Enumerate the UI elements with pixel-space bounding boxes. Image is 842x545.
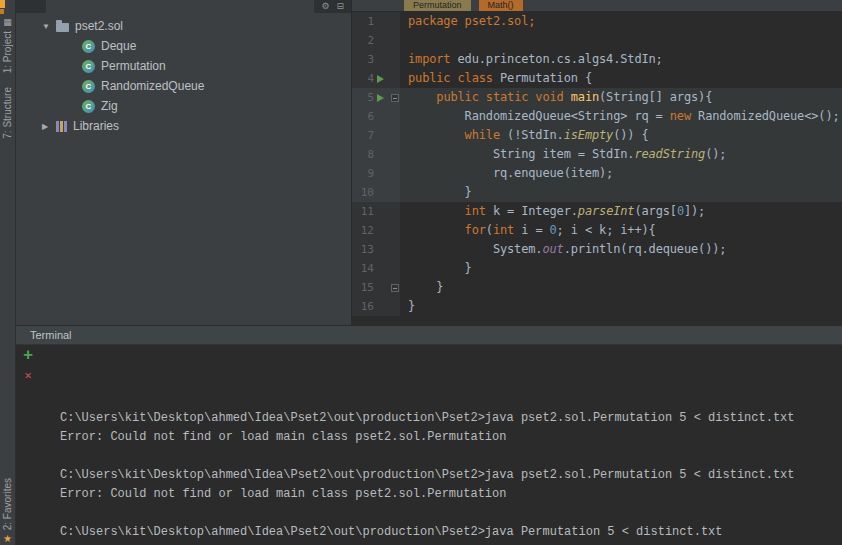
line-number[interactable]: 12: [352, 221, 374, 240]
code-text: System.out.println(rq.dequeue());: [400, 240, 726, 259]
editor-gutter[interactable]: 9: [352, 164, 400, 183]
line-number[interactable]: 5: [352, 88, 374, 107]
code-line[interactable]: 4public class Permutation {: [352, 69, 842, 88]
editor-gutter[interactable]: 14: [352, 259, 400, 278]
add-session-icon[interactable]: +: [23, 348, 33, 364]
line-number[interactable]: 16: [352, 297, 374, 316]
line-number[interactable]: 11: [352, 202, 374, 221]
line-number[interactable]: 2: [352, 31, 374, 50]
line-number[interactable]: 15: [352, 278, 374, 297]
code-text: }: [400, 278, 443, 297]
run-arrow-icon[interactable]: [377, 94, 384, 102]
code-line[interactable]: 9 rq.enqueue(item);: [352, 164, 842, 183]
project-panel: ⚙ ⊟ ▼pset2.solCDequeCPermutationCRandomi…: [16, 0, 352, 325]
editor-gutter[interactable]: 11: [352, 202, 400, 221]
code-line[interactable]: 1package pset2.sol;: [352, 12, 842, 31]
code-line[interactable]: 6 RandomizedQueue<String> rq = new Rando…: [352, 107, 842, 126]
code-text: rq.enqueue(item);: [400, 164, 613, 183]
code-line[interactable]: 13 System.out.println(rq.dequeue());: [352, 240, 842, 259]
editor-gutter[interactable]: 12: [352, 221, 400, 240]
close-session-icon[interactable]: ✕: [24, 370, 31, 382]
editor-gutter[interactable]: 1: [352, 12, 400, 31]
line-number[interactable]: 9: [352, 164, 374, 183]
toolwindow-buttons-top: ▦ 1: Project 7: Structure: [2, 18, 13, 139]
code-line[interactable]: 8 String item = StdIn.readString();: [352, 145, 842, 164]
project-toolbar: ⚙ ⊟: [16, 0, 351, 13]
code-area[interactable]: 1package pset2.sol;23import edu.princeto…: [352, 11, 842, 325]
collapsed-arrow-icon[interactable]: ▶: [42, 122, 56, 131]
tree-item-deque[interactable]: CDeque: [16, 36, 351, 56]
code-line[interactable]: 15 }: [352, 278, 842, 297]
run-arrow-icon[interactable]: [377, 75, 384, 83]
line-number[interactable]: 1: [352, 12, 374, 31]
tree-item-randomizedqueue[interactable]: CRandomizedQueue: [16, 76, 351, 96]
tree-item-pset2-sol[interactable]: ▼pset2.sol: [16, 16, 351, 36]
tree-item-label: Libraries: [73, 119, 119, 133]
editor-gutter[interactable]: 5: [352, 88, 400, 107]
code-line[interactable]: 14 }: [352, 259, 842, 278]
settings-icon[interactable]: ⚙: [321, 0, 329, 13]
line-number[interactable]: 13: [352, 240, 374, 259]
toolwindow-button-favorites[interactable]: 2: Favorites ★: [2, 478, 13, 543]
line-number[interactable]: 14: [352, 259, 374, 278]
terminal-title: Terminal: [30, 329, 72, 341]
accent-mark-icon: [0, 0, 5, 8]
line-number[interactable]: 3: [352, 50, 374, 69]
editor-gutter[interactable]: 2: [352, 31, 400, 50]
code-text: import edu.princeton.cs.algs4.StdIn;: [400, 50, 663, 69]
tree-item-zig[interactable]: CZig: [16, 96, 351, 116]
code-line[interactable]: 5 public static void main(String[] args)…: [352, 88, 842, 107]
editor-gutter[interactable]: 15: [352, 278, 400, 297]
tree-item-label: Deque: [101, 39, 136, 53]
editor-gutter[interactable]: 13: [352, 240, 400, 259]
toolwindow-button-project[interactable]: ▦ 1: Project: [2, 18, 13, 73]
editor-gutter[interactable]: 4: [352, 69, 400, 88]
gutter-marks: [374, 284, 400, 292]
editor-gutter[interactable]: 8: [352, 145, 400, 164]
code-line[interactable]: 7 while (!StdIn.isEmpty()) {: [352, 126, 842, 145]
editor-gutter[interactable]: 16: [352, 297, 400, 316]
editor-gutter[interactable]: 3: [352, 50, 400, 69]
editor-gutter[interactable]: 10: [352, 183, 400, 202]
code-line[interactable]: 2: [352, 31, 842, 50]
fold-marker-icon[interactable]: [391, 284, 399, 292]
line-number[interactable]: 7: [352, 126, 374, 145]
code-line[interactable]: 3import edu.princeton.cs.algs4.StdIn;: [352, 50, 842, 69]
line-number[interactable]: 8: [352, 145, 374, 164]
code-text: RandomizedQueue<String> rq = new Randomi…: [400, 107, 840, 126]
fold-marker-icon[interactable]: [391, 94, 399, 102]
code-text: public class Permutation {: [400, 69, 592, 88]
line-number[interactable]: 4: [352, 69, 374, 88]
class-icon: C: [82, 80, 95, 93]
editor-tab-math[interactable]: Math(): [479, 0, 523, 11]
tree-item-permutation[interactable]: CPermutation: [16, 56, 351, 76]
terminal-line: [60, 504, 842, 523]
editor-tab-strip: Permutation Math(): [352, 0, 842, 11]
code-text: }: [400, 183, 472, 202]
code-line[interactable]: 12 for(int i = 0; i < k; i++){: [352, 221, 842, 240]
editor-gutter[interactable]: 6: [352, 107, 400, 126]
terminal-gutter: + ✕: [23, 348, 33, 382]
code-text: while (!StdIn.isEmpty()) {: [400, 126, 649, 145]
gutter-marks: [374, 75, 400, 83]
code-line[interactable]: 11 int k = Integer.parseInt(args[0]);: [352, 202, 842, 221]
expand-arrow-icon[interactable]: ▼: [42, 22, 56, 31]
terminal-panel[interactable]: + ✕ C:\Users\kit\Desktop\ahmed\Idea\Pset…: [16, 345, 842, 545]
line-number[interactable]: 6: [352, 107, 374, 126]
line-number[interactable]: 10: [352, 183, 374, 202]
terminal-header[interactable]: Terminal: [16, 325, 842, 345]
gutter-marks: [374, 94, 400, 102]
upper-area: ⚙ ⊟ ▼pset2.solCDequeCPermutationCRandomi…: [16, 0, 842, 325]
toolwindow-bar-left: ▦ 1: Project 7: Structure 2: Favorites ★: [0, 0, 16, 545]
toolwindow-label-structure: 7: Structure: [2, 87, 13, 139]
libraries-icon: [56, 121, 67, 132]
tree-item-libraries[interactable]: ▶Libraries: [16, 116, 351, 136]
editor-tab-permutation[interactable]: Permutation: [404, 0, 471, 11]
toolwindow-button-structure[interactable]: 7: Structure: [2, 87, 13, 139]
star-icon: ★: [3, 534, 12, 543]
code-line[interactable]: 10 }: [352, 183, 842, 202]
collapse-all-icon[interactable]: ⊟: [336, 0, 344, 13]
editor-gutter[interactable]: 7: [352, 126, 400, 145]
tree-item-label: pset2.sol: [75, 19, 123, 33]
code-line[interactable]: 16}: [352, 297, 842, 316]
